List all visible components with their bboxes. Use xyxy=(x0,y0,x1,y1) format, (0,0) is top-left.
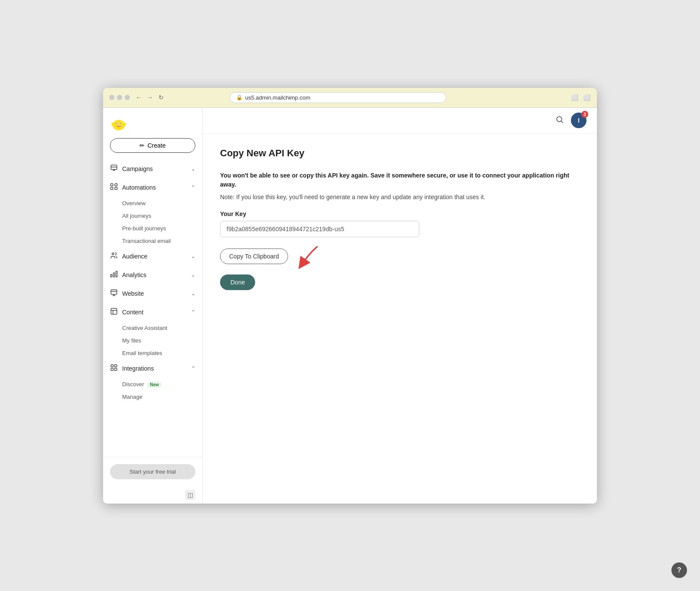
api-key-input[interactable] xyxy=(220,221,419,237)
audience-icon xyxy=(110,252,118,262)
sidebar-header xyxy=(103,108,202,138)
content-icon xyxy=(110,307,118,317)
create-button[interactable]: ✏ Create xyxy=(110,138,195,153)
sidebar-item-campaigns[interactable]: Campaigns ⌄ xyxy=(103,160,202,178)
browser-chrome: ← → ↻ 🔒 us5.admin.mailchimp.com ⬜ ⬜ xyxy=(103,88,597,108)
svg-rect-18 xyxy=(116,271,117,277)
key-label: Your Key xyxy=(220,210,580,217)
content-label: Content xyxy=(122,309,143,316)
sidebar-item-analytics[interactable]: Analytics ⌄ xyxy=(103,266,202,284)
fullscreen-toggle[interactable]: ⬜ xyxy=(582,93,591,102)
svg-rect-19 xyxy=(111,290,117,294)
back-arrow[interactable]: ← xyxy=(134,93,143,102)
integrations-chevron: ⌃ xyxy=(191,365,195,371)
svg-rect-16 xyxy=(111,274,112,277)
notification-badge: 3 xyxy=(581,111,588,118)
trial-button[interactable]: Start your free trial xyxy=(110,464,195,479)
svg-point-15 xyxy=(112,253,114,255)
minimize-btn[interactable] xyxy=(117,95,122,100)
analytics-label: Analytics xyxy=(122,271,146,278)
sidebar-sub-email-templates[interactable]: Email templates xyxy=(103,347,202,359)
sidebar-bottom-icon: ◫ xyxy=(103,486,202,504)
website-chevron: ⌄ xyxy=(191,291,195,297)
website-label: Website xyxy=(122,290,144,297)
sidebar-sub-prebuilt[interactable]: Pre-built journeys xyxy=(103,222,202,235)
svg-point-7 xyxy=(112,123,115,126)
sidebar-sub-manage[interactable]: Manage xyxy=(103,391,202,403)
key-section: Your Key Copy To Clipboard xyxy=(220,210,580,290)
nav-section: Campaigns ⌄ Automations ⌃ Overview All j… xyxy=(103,160,202,457)
svg-rect-21 xyxy=(111,365,113,367)
sidebar-toggle[interactable]: ⬜ xyxy=(570,93,579,102)
website-icon xyxy=(110,289,118,299)
sidebar-sub-transactional[interactable]: Transactional email xyxy=(103,235,202,247)
audience-chevron: ⌄ xyxy=(191,253,195,259)
sidebar-item-integrations[interactable]: Integrations ⌃ xyxy=(103,359,202,378)
maximize-btn[interactable] xyxy=(125,95,130,100)
app-body: ✏ Create Campaigns ⌄ xyxy=(103,108,597,504)
help-button[interactable]: ? xyxy=(671,562,687,578)
done-button[interactable]: Done xyxy=(220,275,255,290)
svg-point-25 xyxy=(557,116,562,122)
campaigns-chevron: ⌄ xyxy=(191,166,195,172)
forward-arrow[interactable]: → xyxy=(146,93,154,102)
campaigns-label: Campaigns xyxy=(122,165,153,172)
address-bar[interactable]: 🔒 us5.admin.mailchimp.com xyxy=(230,92,446,103)
sidebar-sub-discover[interactable]: Discover New xyxy=(103,378,202,391)
create-label: Create xyxy=(147,142,165,149)
svg-point-1 xyxy=(114,120,123,129)
svg-rect-11 xyxy=(111,184,113,186)
browser-actions: ⬜ ⬜ xyxy=(570,93,591,102)
sidebar: ✏ Create Campaigns ⌄ xyxy=(103,108,203,504)
svg-rect-22 xyxy=(115,365,117,367)
sidebar-sub-all-journeys[interactable]: All journeys xyxy=(103,210,202,222)
analytics-icon xyxy=(110,270,118,280)
svg-rect-12 xyxy=(115,184,117,186)
automations-label: Automations xyxy=(122,184,156,191)
sidebar-item-audience[interactable]: Audience ⌄ xyxy=(103,247,202,266)
content-chevron: ⌃ xyxy=(191,309,195,315)
sidebar-item-content[interactable]: Content ⌃ xyxy=(103,303,202,322)
svg-rect-23 xyxy=(111,368,113,370)
red-arrow-annotation xyxy=(293,243,324,269)
sidebar-sub-overview[interactable]: Overview xyxy=(103,197,202,210)
sidebar-item-automations[interactable]: Automations ⌃ xyxy=(103,178,202,197)
copy-row: Copy To Clipboard xyxy=(220,243,580,269)
mailchimp-logo xyxy=(110,116,127,133)
page-header: Copy New API Key xyxy=(220,148,580,159)
integrations-label: Integrations xyxy=(122,365,154,372)
analytics-chevron: ⌄ xyxy=(191,272,195,278)
note-text: Note: If you lose this key, you'll need … xyxy=(220,193,580,202)
svg-rect-20 xyxy=(111,308,117,314)
collapse-sidebar-button[interactable]: ◫ xyxy=(185,490,195,500)
svg-point-4 xyxy=(116,123,117,124)
refresh-button[interactable]: ↻ xyxy=(157,93,165,102)
url-text: us5.admin.mailchimp.com xyxy=(245,94,310,101)
main-content: I 3 Copy New API Key You won't be able t… xyxy=(203,108,597,504)
sidebar-item-website[interactable]: Website ⌄ xyxy=(103,284,202,303)
lock-icon: 🔒 xyxy=(236,94,243,100)
svg-point-8 xyxy=(123,123,126,126)
automations-chevron: ⌃ xyxy=(191,184,195,191)
svg-rect-14 xyxy=(115,187,117,189)
search-button[interactable] xyxy=(555,115,564,126)
campaigns-icon xyxy=(110,164,118,174)
audience-label: Audience xyxy=(122,253,147,260)
sidebar-sub-my-files[interactable]: My files xyxy=(103,334,202,347)
browser-nav: ← → ↻ xyxy=(134,93,165,102)
copy-to-clipboard-button[interactable]: Copy To Clipboard xyxy=(220,249,288,264)
user-avatar[interactable]: I 3 xyxy=(571,113,587,128)
top-bar: I 3 xyxy=(203,108,597,134)
sidebar-footer: Start your free trial xyxy=(103,457,202,486)
browser-traffic-lights xyxy=(109,95,130,100)
page-content: Copy New API Key You won't be able to se… xyxy=(203,134,597,504)
svg-point-6 xyxy=(117,124,120,126)
warning-text: You won't be able to see or copy this AP… xyxy=(220,171,580,189)
close-btn[interactable] xyxy=(109,95,114,100)
integrations-icon xyxy=(110,364,118,374)
pencil-icon: ✏ xyxy=(139,142,145,149)
svg-rect-13 xyxy=(111,187,113,189)
sidebar-sub-creative-assistant[interactable]: Creative Assistant xyxy=(103,322,202,334)
warning-box: You won't be able to see or copy this AP… xyxy=(220,171,580,202)
automations-icon xyxy=(110,183,118,193)
